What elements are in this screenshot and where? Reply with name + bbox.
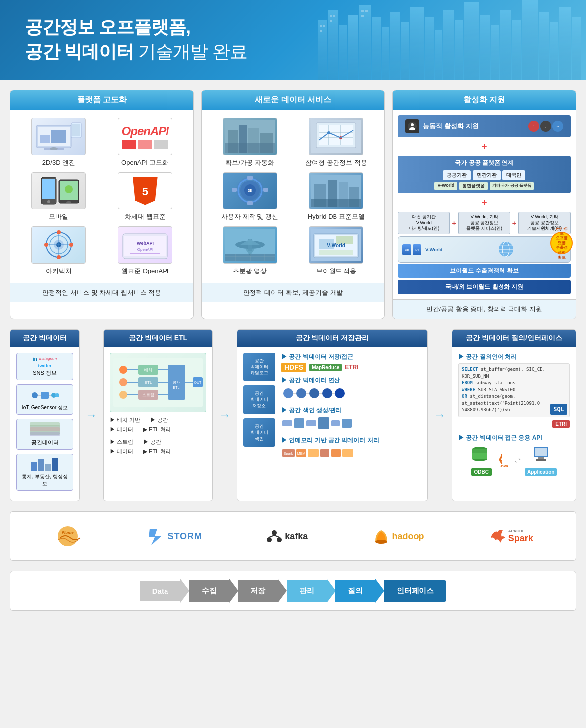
logo-hadoop: hadoop [373, 524, 424, 548]
org-private: 민간기관 [473, 170, 501, 180]
svg-point-110 [411, 123, 414, 126]
svg-rect-12 [443, 10, 454, 80]
etl-spatial1: ▶ 공간 [150, 416, 168, 424]
section1-grid: 2D/3D 엔진 OpenAPI [18, 118, 186, 275]
svg-rect-8 [401, 22, 409, 80]
item-label-arch: 아키텍처 [46, 267, 72, 275]
diag-label-active: 능동적 활성화 지원 [423, 122, 478, 131]
svg-rect-17 [500, 10, 511, 80]
svg-text:Java: Java [500, 464, 508, 468]
svg-rect-125 [30, 432, 60, 436]
tech-stack: Flume STORM kafka [10, 511, 576, 561]
bd-source-header: 공간 빅데이터 [10, 330, 79, 347]
item-img-city1 [223, 118, 277, 155]
item-webapi: WebAPI OpenAPI 웹표준 OpenAPI [104, 226, 186, 275]
openapi-text: OpenAPI [122, 124, 168, 138]
item-participatory: 참여형 공간정보 적용 [296, 118, 377, 167]
item-vworld-apply: V-World 브이월드 적용 [296, 226, 377, 275]
vworld-plus2: + [512, 212, 516, 234]
flow-data: Data [140, 581, 181, 601]
plus2: + [482, 197, 487, 208]
bd-quality-content: ▶ 공간 질의언어 처리 SELECT st_buffer(geom), SIG… [452, 347, 576, 482]
svg-text:OUT: OUT [194, 381, 202, 384]
odbc-text: ODBC [471, 468, 492, 476]
cylinder-storage: 공간빅데이터저장소 [243, 385, 275, 414]
section3-content: 능동적 활성화 지원 ↑ ↓ → + 국가 공공 플랫폼 연계 공공기관 [393, 110, 576, 299]
svg-rect-35 [40, 135, 50, 143]
flow-arrow1 [180, 579, 189, 603]
svg-rect-107 [319, 250, 353, 255]
app-text: Application [525, 468, 557, 476]
svg-rect-165 [331, 420, 340, 426]
svg-rect-182 [538, 457, 544, 459]
source-spatial-label: 공간데이터 [20, 439, 70, 446]
source-sns: in Instagram twitter SNS 정보 [16, 353, 73, 380]
sql-code-block: SELECT st_buffer(geom), SIG_CD, KOR_SUB_… [458, 363, 570, 417]
svg-point-133 [119, 391, 127, 399]
flow-arrow2 [229, 579, 238, 603]
svg-text:V-World: V-World [327, 243, 346, 248]
item-img-mobile [31, 172, 86, 209]
arrow-source-etl: → [85, 329, 97, 501]
html5-logo: 5 [133, 177, 158, 205]
item-mobile: 모바일 [18, 172, 99, 221]
item-hybrid: Hybrid DB 표준모델 [296, 172, 377, 221]
svg-rect-22 [559, 7, 571, 80]
svg-point-54 [44, 243, 48, 247]
svg-rect-29 [330, 20, 332, 22]
svg-rect-161 [282, 420, 292, 426]
item-label-vworld-apply: 브이월드 적용 [316, 267, 357, 275]
svg-line-190 [274, 535, 279, 537]
svg-rect-21 [550, 22, 558, 80]
section2-header: 새로운 데이터 서비스 [202, 90, 385, 110]
header: 공간정보 오프플랫폼, 공간 빅데이터 기술개발 완료 [0, 0, 586, 80]
item-hyperspectral: 초분광 영상 [209, 226, 291, 275]
cylinder-index: 공간빅데이터색인 [243, 418, 275, 447]
globe-icon [446, 241, 566, 258]
svg-rect-123 [30, 422, 60, 426]
logo-kafka: kafka [267, 524, 308, 548]
source-iot: IoT, GeoSensor 정보 [16, 384, 73, 415]
service-inmemory: ▶ 인메모리 기반 공간 빅데이터 처리 Spark MEM [281, 436, 421, 462]
svg-rect-62 [130, 253, 160, 254]
svg-point-56 [57, 230, 61, 234]
bigdata-etl: 공간 빅데이터 ETL [103, 329, 213, 501]
diag-national-label: 국가 공공 플랫폼 연계 [403, 159, 566, 167]
svg-point-119 [55, 393, 59, 397]
section-platform: 플랫폼 고도화 [10, 90, 194, 319]
bd-storage-content: 공간빅데이터카탈로그 공간빅데이터저장소 공간빅데이터색인 ▶ 공간 빅데이터 … [237, 347, 427, 468]
svg-rect-162 [294, 418, 304, 428]
vworld-item1: 대선 공기관V-World마케팅/제도(안) [398, 212, 450, 234]
svg-text:배치: 배치 [144, 368, 152, 372]
item-img-cycle: 3D [223, 172, 277, 209]
svg-rect-163 [306, 420, 316, 426]
item-label-webapi: 웹표준 OpenAPI [121, 267, 168, 275]
header-rest: 기술개발 완료 [134, 41, 247, 62]
spark-apache: APACHE [508, 529, 533, 533]
header-line2: 공간 빅데이터 기술개발 완료 [25, 40, 247, 64]
flow-arrow3 [278, 579, 287, 603]
vworld-plus1: + [452, 212, 456, 234]
svg-rect-20 [539, 12, 549, 80]
item-label-hyperspectral: 초분광 영상 [233, 267, 267, 275]
svg-text:Flume: Flume [62, 530, 74, 535]
quality-item-api: ▶ 공간 빅데이터 접근 응용 API ODBC [458, 434, 570, 476]
etl-row3: ▶ 스트림 ▶ 공간 [110, 438, 206, 446]
svg-text:3D: 3D [247, 188, 252, 193]
svg-point-187 [267, 537, 272, 542]
svg-rect-164 [318, 417, 329, 429]
etl-stream: ▶ 스트림 [110, 438, 133, 446]
etri-badge-query: ETRI [458, 419, 570, 428]
svg-point-132 [119, 378, 127, 386]
section1-header: 플랫폼 고도화 [10, 90, 193, 110]
header-line1: 공간정보 오프플랫폼, [25, 15, 247, 40]
section-data: 새로운 데이터 서비스 [201, 90, 385, 319]
db-icon2: DB [413, 244, 421, 255]
section1-footer: 안정적인 서비스 및 차세대 웹서비스 적용 [10, 283, 193, 302]
svg-rect-36 [51, 130, 66, 143]
item-img-html5: 5 [118, 172, 172, 209]
flow-arrow5 [375, 579, 384, 603]
etl-diagram-img: 배치 ETL 스트림 공간 ETL OUT [110, 353, 206, 412]
svg-rect-7 [390, 12, 400, 80]
item-img-openapi: OpenAPI [118, 118, 172, 155]
